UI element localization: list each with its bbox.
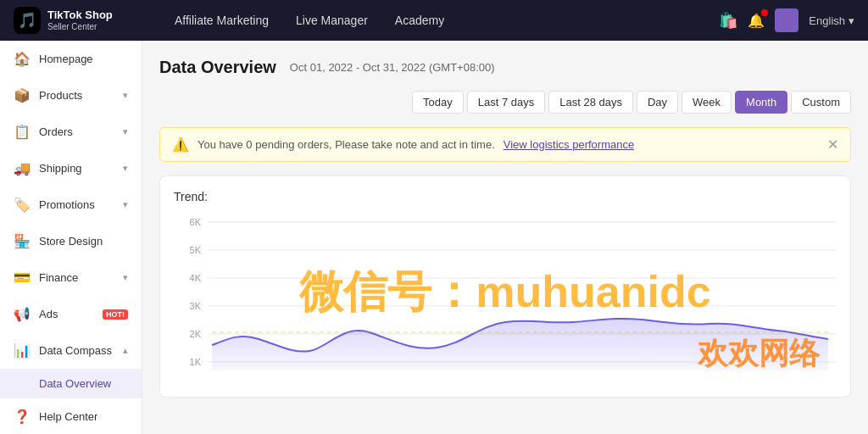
chevron-down-icon: ▾ xyxy=(849,14,854,27)
chart-area xyxy=(212,319,828,370)
ads-icon: 📢 xyxy=(14,306,31,322)
logo-area: 🎵 TikTok Shop Seller Center xyxy=(14,7,141,34)
filter-last28[interactable]: Last 28 days xyxy=(548,91,633,114)
data-compass-icon: 📊 xyxy=(14,342,31,359)
svg-text:1K: 1K xyxy=(190,357,202,367)
shop-icon[interactable]: 🛍️ xyxy=(719,11,737,30)
sidebar-label-finance: Finance xyxy=(39,271,114,284)
finance-icon: 💳 xyxy=(14,270,31,286)
sidebar-label-products: Products xyxy=(39,89,114,102)
chart-wrapper: 微信号：muhuanidc 欢欢网络 6K 5K 4K 3K 2K 1K xyxy=(174,214,837,383)
sidebar-label-data-compass: Data Compass xyxy=(39,344,114,357)
sidebar-subitem-data-overview[interactable]: Data Overview xyxy=(0,369,142,398)
top-navigation: 🎵 TikTok Shop Seller Center Affiliate Ma… xyxy=(0,0,868,41)
svg-text:6K: 6K xyxy=(190,217,202,227)
products-icon: 📦 xyxy=(14,87,31,103)
help-icon: ❓ xyxy=(14,409,31,425)
sidebar-item-homepage[interactable]: 🏠 Homepage xyxy=(0,41,142,77)
filter-month[interactable]: Month xyxy=(735,91,787,114)
orders-icon: 📋 xyxy=(14,124,31,140)
chevron-icon-finance: ▾ xyxy=(123,272,128,283)
chevron-icon-promotions: ▾ xyxy=(123,199,128,210)
data-compass-submenu: Data Overview xyxy=(0,369,142,398)
filter-week[interactable]: Week xyxy=(682,91,732,114)
nav-right: 🛍️ 🔔 English ▾ xyxy=(719,8,854,32)
svg-text:5K: 5K xyxy=(190,245,202,255)
chart-container: Trend: 微信号：muhuanidc 欢欢网络 6K 5K 4K 3K 2K xyxy=(159,175,851,398)
sidebar: 🏠 Homepage 📦 Products ▾ 📋 Orders ▾ 🚚 Shi… xyxy=(0,41,142,434)
filter-day[interactable]: Day xyxy=(637,91,678,114)
chevron-icon: ▾ xyxy=(123,90,128,101)
sidebar-item-orders[interactable]: 📋 Orders ▾ xyxy=(0,114,142,150)
language-selector[interactable]: English ▾ xyxy=(809,14,854,27)
sidebar-label-orders: Orders xyxy=(39,125,114,138)
nav-live-manager[interactable]: Live Manager xyxy=(296,14,368,27)
chart-title: Trend: xyxy=(174,190,837,203)
hot-badge: HOT! xyxy=(103,309,128,320)
sidebar-item-promotions[interactable]: 🏷️ Promotions ▾ xyxy=(0,186,142,223)
filter-last7[interactable]: Last 7 days xyxy=(467,91,546,114)
svg-text:2K: 2K xyxy=(190,329,202,339)
logo-icon: 🎵 xyxy=(14,7,41,34)
alert-banner: ⚠️ You have 0 pending orders, Please tak… xyxy=(159,127,851,162)
date-filters: Today Last 7 days Last 28 days Day Week … xyxy=(412,91,851,114)
chevron-icon-orders: ▾ xyxy=(123,126,128,137)
shipping-icon: 🚚 xyxy=(14,160,31,176)
sidebar-label-store-design: Store Design xyxy=(39,235,128,248)
alert-message: You have 0 pending orders, Please take n… xyxy=(198,138,495,151)
sidebar-item-shipping[interactable]: 🚚 Shipping ▾ xyxy=(0,150,142,186)
main-content: Data Overview Oct 01, 2022 - Oct 31, 202… xyxy=(142,41,868,434)
page-header: Data Overview Oct 01, 2022 - Oct 31, 202… xyxy=(159,58,851,114)
home-icon: 🏠 xyxy=(14,51,31,67)
sidebar-item-finance[interactable]: 💳 Finance ▾ xyxy=(0,259,142,296)
nav-links: Affiliate Marketing Live Manager Academy xyxy=(175,14,719,27)
trend-chart: 6K 5K 4K 3K 2K 1K xyxy=(174,214,837,383)
nav-academy[interactable]: Academy xyxy=(395,14,444,27)
avatar[interactable] xyxy=(775,8,798,32)
warning-icon: ⚠️ xyxy=(172,136,189,153)
brand-sub: Seller Center xyxy=(47,22,113,32)
filter-today[interactable]: Today xyxy=(412,91,464,114)
sidebar-item-ads[interactable]: 📢 Ads HOT! xyxy=(0,296,142,332)
alert-link[interactable]: View logistics performance xyxy=(504,138,634,151)
sidebar-label-homepage: Homepage xyxy=(39,53,128,65)
svg-text:4K: 4K xyxy=(190,273,202,283)
notification-icon[interactable]: 🔔 xyxy=(748,13,765,29)
store-design-icon: 🏪 xyxy=(14,233,31,249)
promotions-icon: 🏷️ xyxy=(14,197,31,213)
page-title: Data Overview xyxy=(159,58,276,77)
sidebar-label-ads: Ads xyxy=(39,308,94,320)
brand-name: TikTok Shop xyxy=(47,8,113,22)
nav-affiliate-marketing[interactable]: Affiliate Marketing xyxy=(175,14,269,27)
sidebar-label-help-center: Help Center xyxy=(39,410,128,423)
sidebar-label-promotions: Promotions xyxy=(39,198,114,211)
date-range: Oct 01, 2022 - Oct 31, 2022 (GMT+08:00) xyxy=(290,61,495,74)
logo-text: TikTok Shop Seller Center xyxy=(47,8,113,32)
chevron-icon-shipping: ▾ xyxy=(123,163,128,174)
svg-text:3K: 3K xyxy=(190,301,202,311)
sidebar-item-data-compass[interactable]: 📊 Data Compass ▴ xyxy=(0,332,142,369)
sidebar-item-store-design[interactable]: 🏪 Store Design xyxy=(0,223,142,259)
notification-badge xyxy=(761,9,768,16)
sidebar-item-products[interactable]: 📦 Products ▾ xyxy=(0,77,142,114)
sidebar-item-help-center[interactable]: ❓ Help Center xyxy=(0,398,142,434)
chevron-icon-data-compass: ▴ xyxy=(123,345,128,356)
filter-custom[interactable]: Custom xyxy=(791,91,851,114)
lang-label: English xyxy=(809,14,845,27)
sidebar-label-shipping: Shipping xyxy=(39,162,114,175)
alert-close-button[interactable]: ✕ xyxy=(827,136,838,153)
